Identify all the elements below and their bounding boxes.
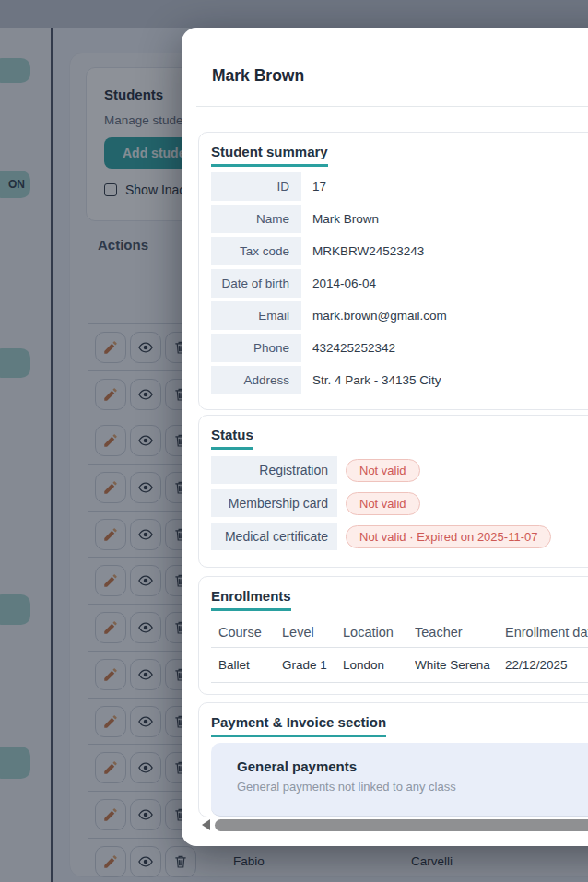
course-cell: Ballet [211, 658, 282, 672]
student-summary-card: Student summary ID 17 Name Mark Brown Ta… [198, 132, 588, 410]
column-header: Course [211, 625, 282, 640]
summary-value: 17 [301, 172, 326, 201]
section-title-enrollments: Enrollments [211, 588, 291, 611]
summary-label: Name [211, 205, 301, 233]
status-row: Registration Not valid [211, 456, 588, 484]
summary-row: Tax code MRKBRW24523243 [211, 237, 588, 265]
summary-row: Date of birth 2014-06-04 [211, 269, 588, 298]
status-badge: Not valid [346, 492, 420, 515]
section-title-payment-invoice: Payment & Invoice section [211, 714, 386, 737]
summary-row: Address Str. 4 Park - 34135 City [211, 366, 588, 394]
summary-value: MRKBRW24523243 [301, 237, 424, 265]
payment-invoice-card: Payment & Invoice section General paymen… [198, 702, 588, 817]
general-payments-subtitle: General payments not linked to any class [237, 780, 588, 794]
enrollment-date-cell: 22/12/2025 [505, 658, 588, 672]
summary-label: Address [211, 366, 301, 394]
status-card: Status Registration Not valid Membership… [198, 415, 588, 568]
column-header: Location [343, 625, 415, 640]
summary-row: Name Mark Brown [211, 205, 588, 233]
summary-label: Phone [211, 334, 301, 362]
student-summary-table: ID 17 Name Mark Brown Tax code MRKBRW245… [211, 172, 588, 394]
scroll-left-arrow-icon[interactable] [202, 819, 210, 830]
summary-row: ID 17 [211, 172, 588, 201]
column-header: Enrollment date [505, 625, 588, 640]
section-title-student-summary: Student summary [211, 144, 328, 167]
modal-title: Mark Brown [212, 66, 304, 86]
enrollments-header-row: Course Level Location Teacher Enrollment… [211, 618, 588, 648]
horizontal-scrollbar [202, 818, 588, 831]
summary-row: Email mark.brown@gmail.com [211, 301, 588, 330]
status-label: Membership card [211, 489, 337, 517]
column-header: Level [282, 625, 343, 640]
status-row: Membership card Not valid [211, 489, 588, 517]
summary-label: Date of birth [211, 269, 301, 298]
status-label: Medical certificate [211, 523, 337, 550]
status-row: Medical certificate Not valid · Expired … [211, 523, 588, 550]
status-badge: Not valid · Expired on 2025-11-07 [346, 525, 551, 548]
level-cell: Grade 1 [282, 658, 343, 672]
teacher-cell: White Serena [415, 658, 505, 672]
status-label: Registration [211, 456, 337, 484]
enrollment-row: Ballet Grade 1 London White Serena 22/12… [211, 648, 588, 683]
summary-row: Phone 432425252342 [211, 334, 588, 362]
status-table: Registration Not valid Membership card N… [211, 456, 588, 550]
enrollments-card: Enrollments Course Level Location Teache… [198, 576, 588, 695]
summary-value: Mark Brown [301, 205, 379, 233]
general-payments-title: General payments [237, 759, 588, 774]
status-badge: Not valid [346, 459, 420, 482]
summary-value: mark.brown@gmail.com [301, 301, 447, 330]
summary-value: Str. 4 Park - 34135 City [301, 366, 441, 394]
column-header: Teacher [415, 625, 505, 640]
enrollments-table: Course Level Location Teacher Enrollment… [211, 618, 588, 683]
summary-label: Tax code [211, 237, 301, 265]
divider [196, 106, 588, 107]
summary-label: Email [211, 301, 301, 330]
summary-value: 432425252342 [301, 334, 395, 362]
general-payments-tile[interactable]: General payments General payments not li… [211, 743, 588, 817]
student-detail-modal: Mark Brown Student summary ID 17 Name Ma… [182, 28, 588, 846]
location-cell: London [343, 658, 415, 672]
section-title-status: Status [211, 427, 253, 450]
summary-value: 2014-06-04 [301, 269, 376, 298]
scrollbar-thumb[interactable] [215, 819, 588, 831]
summary-label: ID [211, 172, 301, 201]
